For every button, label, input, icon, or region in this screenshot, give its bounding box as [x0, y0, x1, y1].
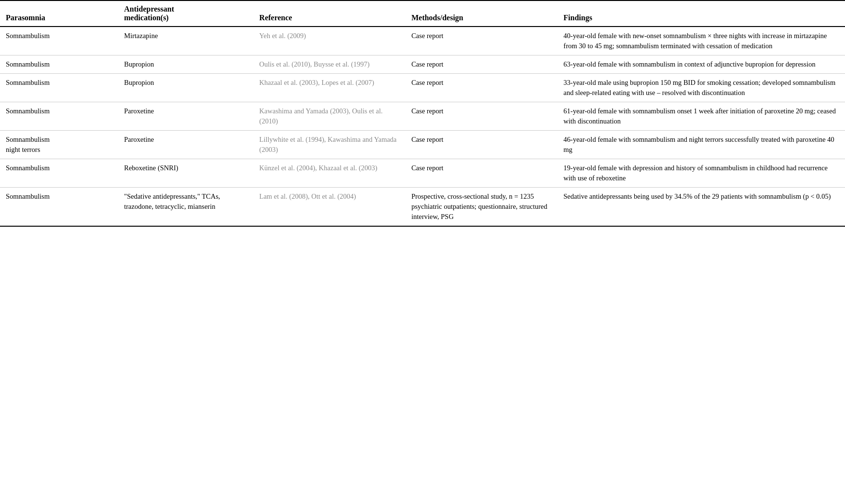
table-row: Somnambulism"Sedative antidepressants," … [0, 188, 845, 227]
cell-parasomnia: Somnambulism [0, 102, 118, 131]
cell-reference: Khazaal et al. (2003), Lopes et al. (200… [254, 74, 406, 102]
cell-parasomnia: Somnambulism night terrors [0, 131, 118, 159]
cell-medication: Paroxetine [118, 131, 253, 159]
cell-parasomnia: Somnambulism [0, 159, 118, 188]
cell-reference: Lam et al. (2008), Ott et al. (2004) [254, 188, 406, 227]
cell-methods: Case report [406, 159, 558, 188]
cell-methods: Case report [406, 102, 558, 131]
header-findings: Findings [558, 0, 845, 27]
header-reference: Reference [254, 0, 406, 27]
table-container: Parasomnia Antidepressant medication(s) … [0, 0, 845, 227]
cell-findings: 61-year-old female with somnambulism ons… [558, 102, 845, 131]
header-parasomnia: Parasomnia [0, 0, 118, 27]
cell-findings: 19-year-old female with depression and h… [558, 159, 845, 188]
cell-reference: Yeh et al. (2009) [254, 27, 406, 55]
header-methods: Methods/design [406, 0, 558, 27]
header-row: Parasomnia Antidepressant medication(s) … [0, 0, 845, 27]
main-table: Parasomnia Antidepressant medication(s) … [0, 0, 845, 227]
table-row: SomnambulismParoxetineKawashima and Yama… [0, 102, 845, 131]
cell-medication: "Sedative antidepressants," TCAs, trazod… [118, 188, 253, 227]
cell-methods: Case report [406, 131, 558, 159]
header-medication: Antidepressant medication(s) [118, 0, 253, 27]
cell-methods: Case report [406, 27, 558, 55]
table-row: SomnambulismReboxetine (SNRI)Künzel et a… [0, 159, 845, 188]
cell-findings: 33-year-old male using bupropion 150 mg … [558, 74, 845, 102]
cell-methods: Case report [406, 55, 558, 74]
cell-parasomnia: Somnambulism [0, 55, 118, 74]
cell-reference: Kawashima and Yamada (2003), Oulis et al… [254, 102, 406, 131]
cell-medication: Bupropion [118, 55, 253, 74]
cell-medication: Mirtazapine [118, 27, 253, 55]
cell-parasomnia: Somnambulism [0, 27, 118, 55]
cell-reference: Künzel et al. (2004), Khazaal et al. (20… [254, 159, 406, 188]
cell-findings: 40-year-old female with new-onset somnam… [558, 27, 845, 55]
cell-medication: Bupropion [118, 74, 253, 102]
table-row: Somnambulism night terrorsParoxetineLill… [0, 131, 845, 159]
cell-reference: Lillywhite et al. (1994), Kawashima and … [254, 131, 406, 159]
cell-methods: Prospective, cross-sectional study, n = … [406, 188, 558, 227]
cell-parasomnia: Somnambulism [0, 188, 118, 227]
cell-parasomnia: Somnambulism [0, 74, 118, 102]
cell-medication: Paroxetine [118, 102, 253, 131]
table-row: SomnambulismMirtazapineYeh et al. (2009)… [0, 27, 845, 55]
cell-findings: 63-year-old female with somnambulism in … [558, 55, 845, 74]
cell-findings: 46-year-old female with somnambulism and… [558, 131, 845, 159]
cell-medication: Reboxetine (SNRI) [118, 159, 253, 188]
table-row: SomnambulismBupropionKhazaal et al. (200… [0, 74, 845, 102]
cell-methods: Case report [406, 74, 558, 102]
table-row: SomnambulismBupropionOulis et al. (2010)… [0, 55, 845, 74]
cell-findings: Sedative antidepressants being used by 3… [558, 188, 845, 227]
cell-reference: Oulis et al. (2010), Buysse et al. (1997… [254, 55, 406, 74]
